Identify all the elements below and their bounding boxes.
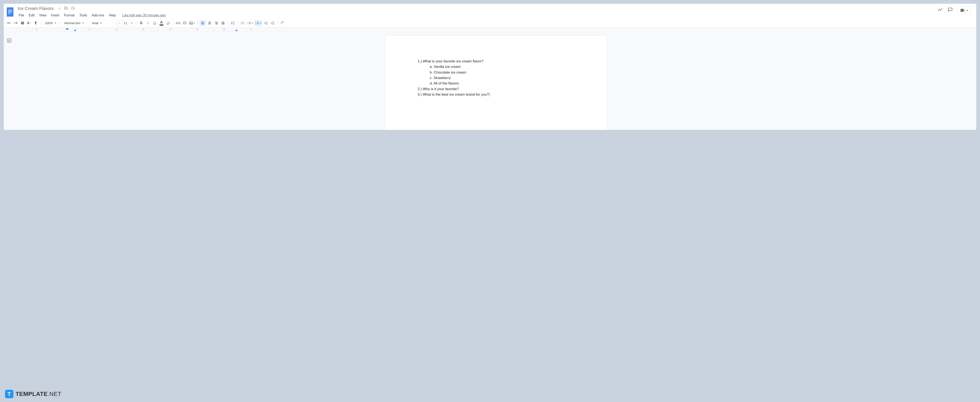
workspace: 1.) What is your favorite ice cream flav… [4, 32, 976, 130]
align-center-button[interactable] [207, 20, 213, 26]
list-item[interactable]: 1.) What is your favorite ice cream flav… [417, 59, 576, 64]
docs-logo-icon[interactable] [6, 6, 14, 18]
title-bar: Ice Cream Flavors ☆ File Edit View Inser… [4, 4, 976, 19]
separator [88, 21, 88, 26]
font-size-increase[interactable]: + [129, 21, 134, 26]
redo-button[interactable] [13, 20, 19, 26]
ruler-number: 1 [89, 28, 90, 31]
header-right: ▼ [938, 5, 974, 14]
document-title[interactable]: Ice Cream Flavors [16, 5, 55, 11]
svg-rect-17 [7, 39, 11, 43]
outline-gutter [4, 32, 16, 130]
spellcheck-button[interactable]: A✓ [26, 20, 32, 26]
activity-icon[interactable] [938, 8, 943, 13]
ruler-number: 7 [250, 28, 251, 31]
svg-rect-3 [8, 13, 11, 13]
paint-format-button[interactable] [33, 20, 39, 26]
outline-toggle-icon[interactable] [7, 38, 13, 44]
document-page[interactable]: 1.) What is your favorite ice cream flav… [385, 35, 607, 130]
svg-text:2: 2 [255, 23, 256, 25]
line-spacing-button[interactable] [230, 20, 236, 26]
ruler-first-line-indent[interactable] [66, 29, 68, 30]
paragraph-style-select[interactable]: Normal text▼ [62, 20, 86, 26]
menu-view[interactable]: View [37, 13, 48, 18]
menu-tools[interactable]: Tools [77, 13, 89, 18]
list-item[interactable]: c. Strawberry [417, 75, 576, 81]
separator [41, 21, 41, 26]
clear-formatting-button[interactable]: T✕ [279, 20, 286, 26]
align-left-button[interactable] [200, 20, 206, 26]
meet-button[interactable]: ▼ [958, 7, 971, 14]
menu-file[interactable]: File [17, 13, 26, 18]
chevron-down-icon: ▼ [966, 9, 969, 11]
svg-point-14 [247, 23, 248, 24]
menu-edit[interactable]: Edit [27, 13, 37, 18]
svg-rect-2 [8, 11, 12, 12]
svg-rect-7 [21, 22, 24, 22]
menu-help[interactable]: Help [107, 13, 118, 18]
document-content[interactable]: 1.) What is your favorite ice cream flav… [417, 59, 576, 97]
zoom-select[interactable]: 100%▼ [43, 20, 59, 26]
toolbar: A✓ 100%▼ Normal text▼ Arial▼ − + B I U A… [4, 19, 976, 28]
ruler-number: 5 [197, 28, 198, 31]
svg-rect-11 [189, 22, 192, 24]
ruler-number: 2 [116, 28, 117, 31]
ruler-right-margin-marker[interactable] [235, 30, 238, 32]
insert-link-button[interactable] [175, 20, 181, 26]
align-right-button[interactable] [213, 20, 220, 26]
numbered-list-button[interactable]: 12▼ [255, 20, 262, 26]
underline-button[interactable]: U [152, 20, 158, 26]
ruler-number: 3 [143, 28, 144, 31]
ruler[interactable]: 1 1 2 3 4 5 6 7 [4, 28, 976, 32]
list-item[interactable]: 3.) What is the best ice cream brand for… [417, 92, 576, 97]
menu-bar: File Edit View Insert Format Tools Add-o… [16, 11, 938, 18]
font-size-decrease[interactable]: − [117, 21, 122, 26]
svg-point-13 [247, 22, 248, 22]
bulleted-list-button[interactable]: ▼ [246, 20, 254, 26]
svg-rect-5 [961, 9, 962, 10]
last-edit-link[interactable]: Last edit was 30 minutes ago [122, 13, 165, 17]
menu-addons[interactable]: Add-ons [90, 13, 106, 18]
star-icon[interactable]: ☆ [58, 6, 61, 11]
print-button[interactable] [19, 20, 25, 26]
menu-format[interactable]: Format [62, 13, 76, 18]
decrease-indent-button[interactable] [263, 20, 269, 26]
checklist-button[interactable] [240, 20, 246, 26]
ruler-number: 4 [170, 28, 171, 31]
list-item[interactable]: 2.) Why is it your favorite? [417, 86, 576, 92]
insert-comment-button[interactable] [181, 20, 188, 26]
cloud-status-icon[interactable] [71, 6, 75, 11]
separator [60, 21, 60, 26]
app-window: Ice Cream Flavors ☆ File Edit View Inser… [4, 4, 976, 130]
comment-icon[interactable] [948, 7, 953, 13]
text-cursor [489, 93, 490, 96]
font-select[interactable]: Arial▼ [90, 20, 113, 26]
svg-text:1: 1 [255, 22, 256, 23]
doc-title-row: Ice Cream Flavors ☆ [16, 5, 938, 11]
ruler-number: 6 [223, 28, 225, 31]
move-folder-icon[interactable] [64, 6, 68, 11]
title-column: Ice Cream Flavors ☆ File Edit View Inser… [16, 5, 938, 18]
list-item[interactable]: a. Vanilla ice cream [417, 64, 576, 70]
svg-rect-1 [8, 10, 12, 11]
insert-image-button[interactable]: ▼ [188, 20, 196, 26]
highlight-button[interactable] [165, 20, 171, 26]
font-size-input[interactable] [122, 21, 129, 25]
font-size-control: − + [116, 20, 135, 26]
increase-indent-button[interactable] [269, 20, 276, 26]
menu-insert[interactable]: Insert [49, 13, 61, 18]
page-area[interactable]: 1.) What is your favorite ice cream flav… [16, 32, 976, 130]
separator [277, 21, 278, 26]
ruler-number: 1 [36, 28, 37, 31]
separator [136, 21, 137, 26]
list-item[interactable]: b. Chocolate ice cream [417, 70, 576, 75]
ruler-left-margin-marker[interactable] [74, 30, 76, 32]
text-color-button[interactable]: A [158, 20, 165, 26]
italic-button[interactable]: I [145, 20, 151, 26]
svg-rect-6 [961, 10, 962, 12]
bold-button[interactable]: B [138, 20, 145, 26]
svg-rect-8 [21, 22, 24, 24]
list-item[interactable]: d. All of the flavors [417, 81, 576, 86]
align-justify-button[interactable] [220, 20, 226, 26]
undo-button[interactable] [6, 20, 12, 26]
